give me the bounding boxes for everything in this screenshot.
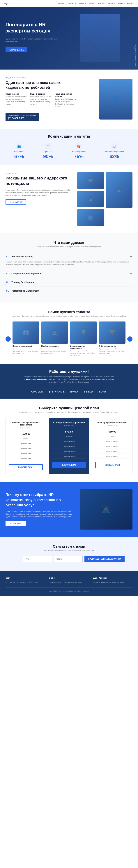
talent-next-button[interactable]: › — [127, 336, 133, 342]
leadership-img-2: 👩‍💼 — [77, 191, 104, 207]
talent-card-img-1: 👔 — [12, 321, 39, 344]
nav-page3[interactable]: PAGE 3 — [98, 2, 105, 4]
plan-price-1: $39,99 — [9, 431, 43, 437]
footer-col3-addr: 100 MK St. Backups, MK 10022 MK 10022 — [93, 581, 133, 584]
talent-card-1: 👔 Поиск руководителей Здесь находится те… — [12, 321, 39, 356]
partner-logo-5: SONY — [99, 390, 107, 393]
stat-label-3: Набор персонала — [72, 151, 86, 153]
accordion-title-1: Recruitment Staffing — [11, 255, 33, 258]
plan-btn-2[interactable]: ВЫБРАТЬ ПЛАН — [52, 462, 86, 468]
accordion-header-2[interactable]: 02. Compensation Management — [5, 269, 133, 278]
accordion-num-4: 04. — [6, 290, 9, 292]
plan-feature-3d: Перечень услуг — [95, 455, 129, 459]
phone-number: (312) 622-5969 — [8, 117, 36, 120]
accordion-item-2: 02. Compensation Management — [5, 269, 133, 278]
nav-page7[interactable]: PAGE 7 — [127, 2, 134, 4]
why-choose-right: 👩‍💻 — [80, 489, 133, 530]
talent-card-title-2: Подбор персонала — [41, 345, 68, 347]
accordion-icon-2 — [130, 272, 132, 275]
leadership-right: 🤝 👨‍💼 👩‍💼 🏢 — [77, 172, 133, 226]
plan-feature-3a: Перечень услуг — [95, 440, 129, 444]
stat-value-4: 62% — [105, 154, 124, 159]
leadership-read-more-button[interactable]: ЧИТАТЬ ДАЛЕЕ — [5, 199, 26, 205]
stat-icon-3: 🎯 — [76, 143, 82, 150]
accordion-header-1[interactable]: 01. Recruitment Staffing — [5, 252, 133, 260]
talent-card-4: 🏆 Отбор кандидатов Здесь находится текст… — [99, 321, 126, 356]
nav-contact[interactable]: CONTACT — [66, 2, 76, 4]
leadership-heading: Раскрытие вашего лидерского потенциала — [5, 176, 72, 186]
partner-col-1: Наша миссия Sample text. Click to add th… — [5, 93, 27, 108]
plan-feature-3c: Перечень услуг — [95, 450, 129, 454]
accordion-item-1: 01. Recruitment Staffing Answer. Lorem i… — [5, 252, 133, 269]
work-best-body: Paragraph. Lorem ipsum dolor sit amet, c… — [23, 375, 115, 383]
footer-bottom: Copyright © 2022 HR Consulting – All Rig… — [5, 587, 133, 592]
accordion-header-3[interactable]: 03. Training Development — [5, 278, 133, 286]
plan-feature-2c: Перечень услуг — [52, 450, 86, 454]
col3-text: Sample text. Click to add the text box. … — [55, 98, 76, 108]
nav-pages[interactable]: PAGES — [118, 2, 125, 4]
compensation-section: Компенсации и льготы 👥 Размещение 67% 📋 … — [0, 129, 138, 165]
accordion-body-1: Answer. Lorem ipsum dolor sit amet, cons… — [5, 260, 133, 269]
nav-logo: logo — [4, 2, 9, 5]
accordion-header-4[interactable]: 04. Performance Management — [5, 286, 133, 295]
contact-submit-button[interactable]: ПРЕДСТАВИТЬСЯ НА РАССТОЯНИИ — [85, 556, 125, 562]
accordion-title-4: Performance Management — [11, 289, 39, 292]
plan-name-3: План профессионального HR — [95, 422, 129, 424]
accordion: 01. Recruitment Staffing Answer. Lorem i… — [5, 252, 133, 295]
contact-name-input[interactable] — [23, 556, 52, 562]
phone-small-text: Звоните 24 часа в сутки 7 дней в неделю — [8, 115, 36, 116]
accordion-num-1: 01. — [6, 256, 9, 258]
talent-card-2: 👩‍💼 Подбор персонала Здесь находится тек… — [41, 321, 68, 356]
plan-feature-2d: Перечень услуг — [52, 455, 86, 459]
section-label: Подписан от TITLE — [5, 77, 76, 79]
stat-value-2: 90% — [43, 154, 53, 159]
plan-desc-3: Перечень услуг — [95, 425, 129, 427]
contact-email-input[interactable] — [54, 556, 83, 562]
nav-page1[interactable]: PAGE 1 — [79, 2, 86, 4]
hero-people — [62, 7, 138, 69]
partner-columns: Наша миссия Sample text. Click to add th… — [5, 93, 76, 108]
nav-page2[interactable]: PAGE 2 — [89, 2, 96, 4]
plan-feature-3b: Перечень услуг — [95, 445, 129, 449]
leadership-img-1: 🤝 — [77, 172, 104, 189]
stat-management: 📊 Управление персоналом 62% — [105, 143, 124, 159]
pricing-cards: Базовый план управления персоналом Переч… — [5, 417, 133, 474]
nav-home[interactable]: HOME — [58, 2, 64, 4]
partner-logo-2: ◈ BINANCE — [49, 390, 65, 393]
talent-card-img-2: 👩‍💼 — [41, 321, 68, 344]
why-choose-button[interactable]: ЧИТАТЬ ДАЛЕЕ — [5, 521, 26, 526]
find-talent-heading: Поиск нужного таланта — [5, 310, 133, 314]
talent-card-text-1: Здесь находится текст. Это не настоящий … — [12, 348, 39, 354]
hero-heading: Поговорите с HR-экспертом сегодня — [5, 22, 61, 34]
accordion-num-2: 02. — [6, 273, 9, 275]
one-partner-section: Подписан от TITLE Один партнер для всех … — [0, 69, 138, 129]
hero-cta-button[interactable]: УЗНАТЬ ДАЛЕЕ — [5, 47, 27, 52]
hero-follow-text: Следите за нами в Поисках — [134, 44, 136, 66]
footer-col1-title: Сайт — [5, 577, 45, 579]
hero-person-image — [80, 14, 120, 62]
plan-btn-3[interactable]: ВЫБРАТЬ ПЛАН — [95, 462, 129, 468]
col1-title: Наша миссия — [5, 93, 27, 95]
plan-price-value-3: $59,99 — [108, 430, 116, 433]
talent-card-img-3: 💡 — [70, 321, 97, 344]
plan-btn-1[interactable]: ВЫБРАТЬ ПЛАН — [9, 464, 43, 470]
pricing-heading: Выберите лучший ценовой план — [5, 406, 133, 410]
footer-col2-addr: 520 Clover Street, Ulmer 35-52 Clover St… — [49, 581, 89, 584]
col2-text: Sample text. Click to add the text box. … — [30, 96, 52, 106]
accordion-item-3: 03. Training Development — [5, 278, 133, 286]
footer-col1-addr: 49 Union Ave. 120, Traverse 120 (612) 22… — [5, 581, 45, 584]
stat-icon-1: 👥 — [16, 143, 22, 150]
leadership-img-3: 🏢 — [77, 209, 104, 226]
pricing-card-standard: Стандартный план управления Перечень усл… — [49, 417, 89, 474]
drives-subtitle: Sample text. Click to add the text box. … — [5, 246, 133, 248]
footer-col-1: Сайт 49 Union Ave. 120, Traverse 120 (61… — [5, 577, 45, 584]
footer-col-3: Ещё - Адресок 100 MK St. Backups, MK 100… — [93, 577, 133, 584]
pricing-card-pro: План профессионального HR Перечень услуг… — [92, 417, 133, 474]
pricing-subtitle: Здесь находится текст. Это не настоящий … — [5, 411, 133, 413]
stat-label-1: Размещение — [14, 151, 24, 153]
stat-label-2: Тренинги — [43, 151, 53, 153]
navigation: logo HOME CONTACT PAGE 1 PAGE 2 PAGE 3 P… — [0, 0, 138, 7]
contact-section: Связаться с нами Есть вопросы или замеча… — [0, 537, 138, 571]
nav-page4[interactable]: PAGE 4 — [108, 2, 115, 4]
talent-prev-button[interactable]: ‹ — [5, 336, 11, 342]
